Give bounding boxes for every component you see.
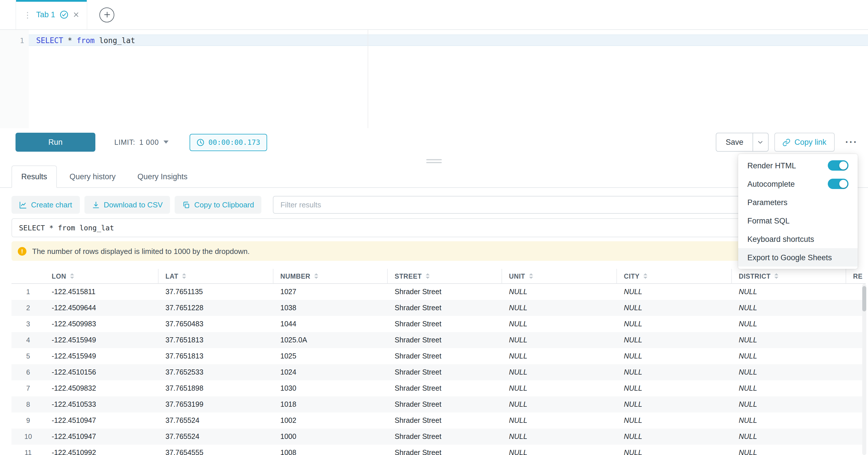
table-row[interactable]: 5-122.451594937.76518131025Shrader Stree… — [11, 348, 866, 364]
row-number: 7 — [11, 384, 45, 392]
limit-label: LIMIT: — [114, 138, 135, 146]
table-cell: 37.765524 — [159, 417, 273, 425]
table-row[interactable]: 1-122.451581137.76511351027Shrader Stree… — [11, 284, 866, 300]
table-row[interactable]: 11-122.451099237.76545551008Shrader Stre… — [11, 445, 866, 455]
table-row[interactable]: 8-122.451053337.76531991018Shrader Stree… — [11, 396, 866, 413]
save-button[interactable]: Save — [716, 133, 752, 151]
menu-item-label: Export to Google Sheets — [747, 253, 832, 262]
table-row[interactable]: 9-122.451094737.7655241002Shrader Street… — [11, 413, 866, 429]
sort-icon — [182, 273, 187, 279]
table-row[interactable]: 4-122.451594937.76518131025.0AShrader St… — [11, 332, 866, 348]
tab-results[interactable]: Results — [11, 165, 57, 188]
menu-item-format-sql[interactable]: Format SQL — [738, 211, 858, 230]
column-label: NUMBER — [280, 273, 310, 279]
table-body: 1-122.451581137.76511351027Shrader Stree… — [11, 284, 866, 455]
table-cell: NULL — [732, 336, 846, 344]
download-csv-label: Download to CSV — [104, 201, 162, 209]
results-tab-list: ResultsQuery historyQuery Insights — [0, 165, 868, 188]
column-header-district[interactable]: DISTRICT — [732, 269, 846, 283]
column-header-unit[interactable]: UNIT — [502, 269, 617, 283]
table-row[interactable]: 7-122.450983237.76518981030Shrader Stree… — [11, 380, 866, 396]
save-split-button: Save — [716, 133, 769, 152]
table-cell: 1018 — [273, 400, 388, 408]
row-number: 5 — [11, 352, 45, 360]
table-cell: 1000 — [273, 433, 388, 441]
warning-message: The number of rows displayed is limited … — [32, 247, 250, 255]
editor-tab-1[interactable]: ⋮ Tab 1 — [16, 0, 87, 29]
tab-query-history[interactable]: Query history — [60, 165, 125, 187]
editor-tab-bar: ⋮ Tab 1 — [0, 0, 868, 30]
table-cell: NULL — [502, 368, 617, 376]
toggle-switch[interactable] — [828, 179, 848, 189]
column-header-lon[interactable]: LON — [45, 269, 159, 283]
menu-item-export-to-google-sheets[interactable]: Export to Google Sheets — [738, 248, 858, 267]
tab-query-insights[interactable]: Query Insights — [128, 165, 197, 187]
table-cell: 37.765524 — [159, 433, 273, 441]
run-button[interactable]: Run — [16, 133, 95, 152]
table-cell: Shrader Street — [388, 417, 502, 425]
results-action-row: Create chart Download to CSV Copy to Cli… — [11, 196, 855, 214]
table-cell: -122.4510992 — [45, 449, 159, 455]
table-cell: Shrader Street — [388, 320, 502, 328]
table-row[interactable]: 2-122.450964437.76512281038Shrader Stree… — [11, 300, 866, 316]
table-cell: -122.4515811 — [45, 288, 159, 296]
table-row[interactable]: 6-122.451015637.76525331024Shrader Stree… — [11, 364, 866, 380]
limit-dropdown[interactable]: LIMIT: 1 000 — [114, 138, 168, 146]
table-cell: 37.7654555 — [159, 449, 273, 455]
toggle-knob — [839, 161, 847, 170]
table-cell: -122.4509983 — [45, 320, 159, 328]
clock-icon — [196, 138, 204, 146]
menu-item-keyboard-shortcuts[interactable]: Keyboard shortcuts — [738, 230, 858, 248]
column-header-number[interactable]: NUMBER — [273, 269, 388, 283]
save-options-button[interactable] — [752, 133, 768, 151]
menu-item-label: Format SQL — [747, 216, 789, 225]
table-cell: -122.4510533 — [45, 400, 159, 408]
table-cell: NULL — [732, 368, 846, 376]
row-number: 11 — [11, 449, 45, 455]
sql-editor[interactable]: 1 SELECT * from long_lat — [0, 30, 868, 128]
copy-link-button[interactable]: Copy link — [774, 133, 834, 152]
sql-operator: * — [68, 36, 72, 45]
row-number: 6 — [11, 368, 45, 376]
add-tab-button[interactable] — [99, 7, 114, 22]
scrollbar-thumb[interactable] — [862, 286, 866, 311]
copy-clipboard-button[interactable]: Copy to Clipboard — [175, 196, 261, 214]
table-row[interactable]: 3-122.450998337.76504831044Shrader Stree… — [11, 316, 866, 332]
table-cell: NULL — [732, 320, 846, 328]
table-cell: NULL — [732, 304, 846, 312]
row-number: 2 — [11, 304, 45, 312]
table-scrollbar[interactable] — [862, 284, 866, 455]
column-header-city[interactable]: CITY — [617, 269, 732, 283]
sql-keyword: SELECT — [36, 36, 63, 45]
column-label: LAT — [165, 273, 178, 279]
table-cell: NULL — [617, 368, 732, 376]
row-number: 3 — [11, 320, 45, 328]
column-header-street[interactable]: STREET — [388, 269, 502, 283]
column-header-lat[interactable]: LAT — [159, 269, 273, 283]
editor-gutter: 1 — [0, 30, 29, 128]
editor-code-area[interactable]: SELECT * from long_lat — [29, 30, 868, 128]
check-circle-icon — [60, 10, 68, 19]
copy-icon — [182, 201, 190, 209]
table-row[interactable]: 10-122.451094737.7655241000Shrader Stree… — [11, 429, 866, 445]
table-cell: NULL — [502, 336, 617, 344]
menu-item-render-html[interactable]: Render HTML — [738, 156, 858, 175]
column-header-re[interactable]: RE — [846, 269, 866, 283]
toggle-switch[interactable] — [828, 160, 848, 171]
table-cell: 1002 — [273, 417, 388, 425]
query-preview: SELECT * from long_lat — [11, 218, 855, 237]
menu-item-parameters[interactable]: Parameters — [738, 193, 858, 211]
create-chart-button[interactable]: Create chart — [11, 196, 80, 214]
drag-handle-icon[interactable]: ⋮ — [24, 11, 32, 19]
menu-item-autocomplete[interactable]: Autocomplete — [738, 175, 858, 193]
more-options-button[interactable]: ··· — [845, 137, 858, 147]
table-cell: NULL — [502, 320, 617, 328]
table-cell: 1027 — [273, 288, 388, 296]
pane-resizer[interactable] — [0, 156, 868, 165]
chevron-down-icon — [757, 139, 764, 145]
close-tab-icon[interactable] — [73, 11, 79, 18]
table-cell: 37.7653199 — [159, 400, 273, 408]
row-limit-warning-banner: ! The number of rows displayed is limite… — [11, 241, 855, 261]
table-cell: NULL — [502, 304, 617, 312]
download-csv-button[interactable]: Download to CSV — [84, 196, 170, 214]
